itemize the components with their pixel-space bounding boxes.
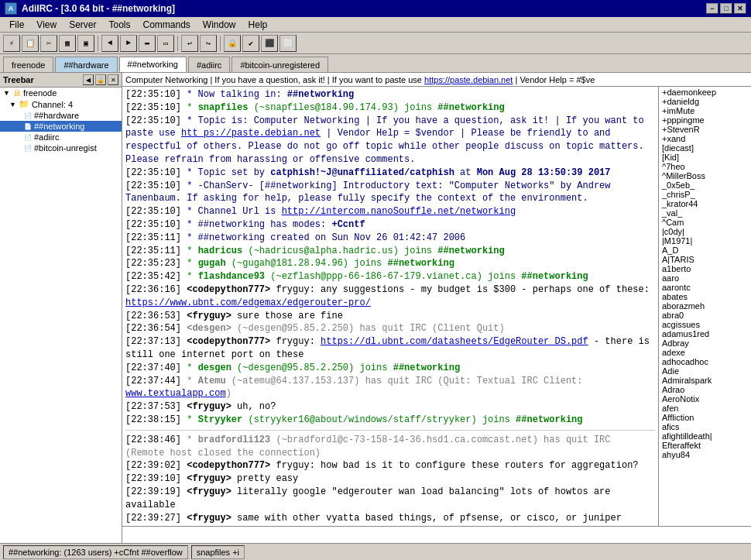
close-button[interactable]: ✕	[734, 3, 746, 14]
menu-help[interactable]: Help	[242, 18, 274, 32]
tab-adiirc[interactable]: #adiirc	[188, 57, 230, 72]
user-item[interactable]: +danieldg	[659, 97, 751, 106]
channel-icon-2: 📄	[24, 123, 32, 130]
menu-window[interactable]: Window	[197, 18, 242, 32]
chat-area: Computer Networking | If you have a ques…	[122, 73, 751, 543]
user-item[interactable]: _val_	[659, 208, 751, 218]
user-item[interactable]: afightilldeath|	[659, 431, 751, 441]
user-item[interactable]: [diecast]	[659, 143, 751, 153]
user-item[interactable]: Adbray	[659, 338, 751, 348]
user-item[interactable]: +daemonkeep	[659, 88, 751, 97]
user-item[interactable]: A_D	[659, 246, 751, 255]
user-item[interactable]: abates	[659, 292, 751, 301]
message-line: [22:37:53] <fryguy> uh, no?	[125, 400, 655, 414]
user-item[interactable]: _0x5eb_	[659, 180, 751, 190]
user-item[interactable]: aborazmeh	[659, 301, 751, 311]
sidebar-item-label: ##networking	[34, 122, 84, 131]
user-item[interactable]: ^Cam	[659, 218, 751, 227]
tab-networking[interactable]: ##networking	[119, 57, 187, 72]
chat-input[interactable]	[122, 527, 751, 543]
user-item[interactable]: AeroNotix	[659, 394, 751, 404]
message-line: [22:38:46] * bradfordli123 (~bradfordl@c…	[125, 434, 655, 460]
toolbar-btn-5[interactable]: ▣	[77, 35, 94, 52]
toolbar-btn-1[interactable]: ⚡	[3, 35, 20, 52]
user-item[interactable]: Admiralspark	[659, 376, 751, 385]
menu-tools[interactable]: Tools	[102, 18, 136, 32]
sidebar-item-bitcoin[interactable]: 📄 #bitcoin-unregist	[0, 143, 122, 153]
url-link-2[interactable]: https://www.ubnt.com/edgemax/edgerouter-…	[125, 297, 371, 308]
sidebar-icon-2[interactable]: 🔒	[95, 74, 106, 85]
user-item[interactable]: adexe	[659, 348, 751, 357]
user-item[interactable]: afics	[659, 422, 751, 431]
user-item[interactable]: +pppingme	[659, 115, 751, 125]
user-item[interactable]: acgissues	[659, 320, 751, 329]
toolbar-btn-7[interactable]: ►	[120, 35, 137, 52]
toolbar-btn-13[interactable]: ✔	[242, 35, 259, 52]
sidebar-item-channels[interactable]: ▼ 📁 Channel: 4	[0, 98, 122, 110]
sidebar-item-adiirc[interactable]: 📄 #adiirc	[0, 132, 122, 143]
user-item[interactable]: ahyu84	[659, 450, 751, 459]
user-item[interactable]: A|TARIS	[659, 255, 751, 264]
toolbar-btn-10[interactable]: ↩	[181, 35, 198, 52]
toolbar-btn-12[interactable]: 🔒	[224, 35, 241, 52]
user-item[interactable]: aarontc	[659, 283, 751, 292]
toolbar-btn-8[interactable]: ▬	[139, 35, 156, 52]
message-line: [22:39:10] <fryguy> pretty easy	[125, 472, 655, 486]
sidebar-item-freenode[interactable]: ▼ 🖥 freenode	[0, 88, 122, 98]
topic-link-2[interactable]: htt ps://paste.debian.net	[181, 128, 321, 139]
sidebar-item-networking[interactable]: 📄 ##networking	[0, 121, 122, 132]
user-item[interactable]: |M1971|	[659, 236, 751, 246]
user-item[interactable]: afen	[659, 404, 751, 413]
message-line: [22:36:53] <fryguy> sure those are fine	[125, 310, 655, 323]
user-item[interactable]: Affliction	[659, 413, 751, 422]
sidebar-item-label: #adiirc	[34, 132, 59, 142]
message-line: [22:35:10] * Channel Url is http://inter…	[125, 205, 655, 218]
user-item[interactable]: +imMute	[659, 106, 751, 115]
toolbar-btn-4[interactable]: ▦	[59, 35, 76, 52]
toolbar-btn-11[interactable]: ↪	[200, 35, 217, 52]
toolbar-btn-3[interactable]: ✂	[40, 35, 57, 52]
user-item[interactable]: aaro	[659, 273, 751, 283]
user-item[interactable]: +StevenR	[659, 125, 751, 134]
user-item[interactable]: adamus1red	[659, 329, 751, 338]
maximize-button[interactable]: □	[720, 3, 732, 14]
toolbar-btn-6[interactable]: ◄	[101, 35, 118, 52]
user-item[interactable]: Adie	[659, 366, 751, 376]
url-link[interactable]: http://intercom.nanoSouffle.net/networki…	[282, 206, 516, 217]
tab-freenode[interactable]: freenode	[3, 57, 53, 72]
user-item[interactable]: +xand	[659, 134, 751, 143]
main-layout: Treebar ◀ 🔒 ✕ ▼ 🖥 freenode ▼ 📁 Channel: …	[0, 73, 751, 543]
folder-icon: 📁	[19, 99, 29, 109]
user-item[interactable]: abra0	[659, 311, 751, 320]
toolbar-btn-2[interactable]: 📋	[22, 35, 39, 52]
toolbar-btn-9[interactable]: ▭	[157, 35, 174, 52]
user-item[interactable]: [Kid]	[659, 153, 751, 162]
topic-link[interactable]: https://paste.debian.net	[424, 75, 513, 84]
user-item[interactable]: adhocadhoc	[659, 357, 751, 366]
user-item[interactable]: |c0dy|	[659, 227, 751, 236]
user-item[interactable]: ^7heo	[659, 162, 751, 171]
menu-commands[interactable]: Commands	[137, 18, 197, 32]
user-item[interactable]: Efteraffekt	[659, 441, 751, 450]
user-item[interactable]: _krator44	[659, 199, 751, 208]
menu-file[interactable]: File	[3, 18, 30, 32]
sidebar-icon-1[interactable]: ◀	[83, 74, 94, 85]
tab-bar: freenode ##hardware ##networking #adiirc…	[0, 54, 751, 73]
tab-bitcoin[interactable]: #bitcoin-unregistered	[231, 57, 328, 72]
user-list: +daemonkeep +danieldg +imMute +pppingme …	[658, 87, 751, 526]
toolbar-btn-15[interactable]: ⬜	[279, 35, 297, 52]
sidebar-item-hardware[interactable]: 📄 ##hardware	[0, 110, 122, 121]
menu-server[interactable]: Server	[63, 18, 102, 32]
menu-view[interactable]: View	[30, 18, 63, 32]
url-link-4[interactable]: www.textualapp.com	[125, 388, 226, 399]
url-link-3[interactable]: https://dl.ubnt.com/datasheets/EdgeRoute…	[321, 336, 588, 347]
tab-hardware[interactable]: ##hardware	[55, 57, 117, 72]
user-item[interactable]: a1berto	[659, 264, 751, 273]
toolbar-btn-14[interactable]: ⬛	[261, 35, 278, 52]
user-item[interactable]: ^MillerBoss	[659, 171, 751, 180]
message-line: [22:35:11] * ##networking created on Sun…	[125, 232, 655, 245]
user-item[interactable]: Adrao	[659, 385, 751, 394]
user-item[interactable]: _chrisP_	[659, 190, 751, 199]
minimize-button[interactable]: −	[706, 3, 718, 14]
sidebar-icon-3[interactable]: ✕	[108, 74, 118, 85]
